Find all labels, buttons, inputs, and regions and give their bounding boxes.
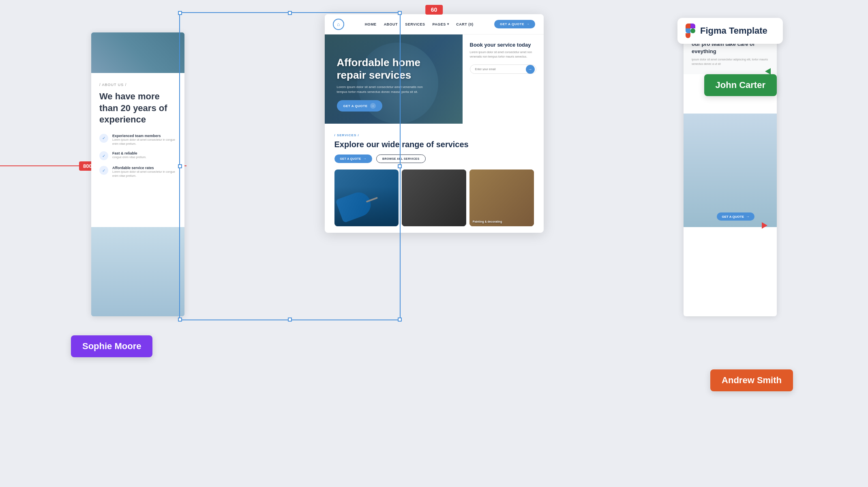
services-section: / SERVICES / Explore our wide range of s… [325, 124, 544, 233]
handle-bl[interactable] [178, 318, 182, 322]
service-card-tools[interactable] [334, 169, 399, 226]
nav-cart[interactable]: CART (0) [456, 22, 474, 26]
figma-icon-tr [690, 24, 695, 28]
feature-item-2: Fast & reliable congue enim vitae pretiu… [99, 151, 176, 160]
hero-section: Affordable home repair services Lorem ip… [325, 34, 544, 124]
figma-template-badge: Figma Template [677, 18, 783, 44]
right-panel-green-arrow-icon [765, 68, 771, 75]
feature-title-1: Experienced team members [112, 134, 176, 138]
service-cards-grid: Painting & decorating [334, 169, 534, 226]
canvas: 60 800 / ABOUT US / We have more than 20… [0, 0, 868, 487]
logo: ⌂ [333, 19, 344, 30]
figma-icon-bl [686, 33, 690, 38]
figma-icon-tl [686, 24, 690, 28]
figma-icon-ml [686, 28, 690, 33]
drill-icon [335, 189, 374, 223]
figma-icon [686, 24, 695, 38]
feature-item-1: Experienced team members Lorem ipsum dol… [99, 134, 176, 146]
nav-about[interactable]: ABOUT [384, 22, 398, 26]
left-panel-bottom-image [91, 227, 184, 316]
handle-br[interactable] [398, 318, 402, 322]
check-icon-1 [99, 134, 108, 143]
handle-tl[interactable] [178, 11, 182, 15]
andrew-smith-badge: Andrew Smith [710, 369, 793, 391]
sophie-moore-badge: Sophie Moore [71, 335, 152, 357]
main-website-panel: ⌂ HOME ABOUT SERVICES PAGES CART (0) GET… [325, 14, 544, 233]
booking-card: Book your service today Lorem ipsum dolo… [463, 34, 544, 124]
nav-cta-button[interactable]: GET A QUOTE [494, 20, 536, 28]
right-panel-cta-button[interactable]: GET A QUOTE [717, 212, 754, 221]
hero-description: Lorem ipsum dolor sit amet consectetur a… [337, 85, 430, 94]
about-label: / ABOUT US / [99, 83, 176, 87]
check-icon-3 [99, 166, 108, 175]
nav-services[interactable]: SERVICES [405, 22, 425, 26]
service-card-painting[interactable]: Painting & decorating [469, 169, 534, 226]
figma-icon-mr [690, 28, 695, 33]
feature-title-3: Affordable service rates [112, 166, 176, 170]
email-submit-button[interactable]: → [526, 65, 535, 74]
hero-cta-button[interactable]: GET A QUOTE [337, 100, 382, 112]
booking-description: Lorem ipsum dolor sit amet consectetur a… [470, 50, 536, 59]
left-panel-content: / ABOUT US / We have more than 20 years … [91, 73, 184, 193]
right-panel-desc: ipsum dolor sit amet consectetur adipisc… [692, 58, 769, 66]
feature-title-2: Fast & reliable [112, 151, 146, 155]
feature-desc-2: congue enim vitae pretium. [112, 155, 146, 159]
booking-input-wrap: → [470, 64, 536, 74]
booking-title: Book your service today [470, 42, 536, 48]
john-carter-badge: John Carter [704, 74, 777, 96]
right-panel-orange-arrow-icon [762, 222, 767, 229]
feature-desc-3: Lorem ipsum dolor sit amet consectetur i… [112, 170, 176, 178]
services-actions: GET A QUOTE BROWSE ALL SERVICES [334, 154, 534, 163]
services-title: Explore our wide range of services [334, 139, 534, 150]
hero-title: Affordable home repair services [337, 56, 442, 82]
check-icon-2 [99, 151, 108, 160]
frame-number-badge: 60 [425, 5, 443, 15]
handle-bm[interactable] [288, 318, 292, 322]
services-tag: / SERVICES / [334, 133, 534, 137]
figma-badge-title: Figma Template [700, 26, 767, 36]
hero-content: Affordable home repair services Lorem ip… [337, 56, 442, 112]
nav-pages[interactable]: PAGES [432, 22, 449, 26]
feature-desc-1: Lorem ipsum dolor sit amet consectetur i… [112, 138, 176, 146]
browse-services-button[interactable]: BROWSE ALL SERVICES [376, 154, 425, 163]
handle-tm[interactable] [288, 11, 292, 15]
nav-links: HOME ABOUT SERVICES PAGES CART (0) [365, 22, 474, 26]
service-card-interior[interactable] [402, 169, 466, 226]
left-panel-top-image [91, 32, 184, 73]
left-panel-title: We have more than 20 years of experience [99, 91, 176, 126]
feature-item-3: Affordable service rates Lorem ipsum dol… [99, 166, 176, 178]
get-quote-button[interactable]: GET A QUOTE [334, 154, 373, 163]
navigation: ⌂ HOME ABOUT SERVICES PAGES CART (0) GET… [325, 14, 544, 34]
painting-card-label: Painting & decorating [473, 220, 502, 223]
right-panel-image [684, 114, 777, 227]
nav-home[interactable]: HOME [365, 22, 377, 26]
